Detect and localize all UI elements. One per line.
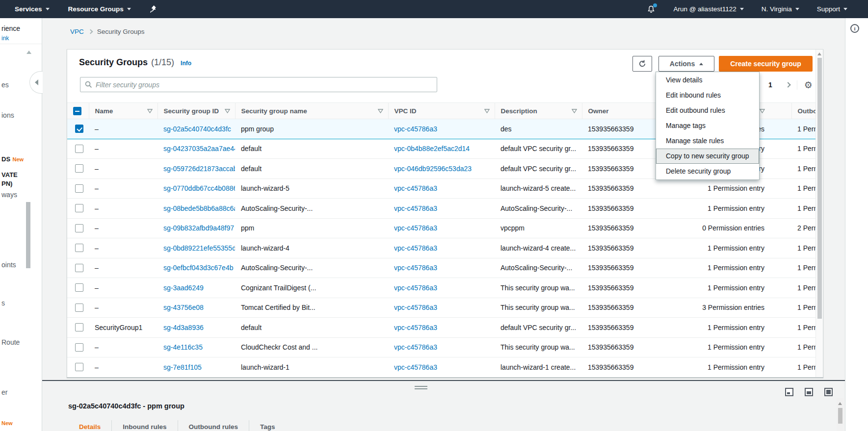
column-header-description[interactable]: Description: [495, 103, 582, 119]
row-checkbox[interactable]: [75, 125, 83, 133]
row-checkbox[interactable]: [75, 264, 83, 272]
row-checkbox[interactable]: [75, 145, 83, 153]
vpc-id-link[interactable]: vpc-c45786a3: [394, 224, 437, 232]
sidebar-scrollbar-thumb[interactable]: [26, 202, 30, 268]
sidebar-item[interactable]: er: [1, 388, 7, 396]
sg-id-link[interactable]: sg-0bd89221efe55355d: [163, 244, 235, 252]
row-checkbox[interactable]: [75, 363, 83, 371]
scroll-up-icon[interactable]: [838, 402, 842, 405]
splitter-drag-handle[interactable]: [415, 386, 427, 391]
search-input[interactable]: [96, 81, 437, 89]
pin-icon[interactable]: [150, 5, 157, 13]
filter-icon[interactable]: [147, 109, 153, 113]
column-header-name[interactable]: Name: [89, 103, 158, 119]
vpc-id-link[interactable]: vpc-c45786a3: [394, 184, 437, 192]
sg-id-link[interactable]: sg-059726d21873accab: [163, 165, 235, 173]
sidebar-item[interactable]: ions: [1, 111, 14, 119]
menu-item[interactable]: Copy to new security group: [656, 149, 759, 164]
sidebar-item[interactable]: Route: [1, 338, 20, 346]
sg-id-link[interactable]: sg-0efbcf043d3c67e4b: [163, 264, 233, 272]
table-scrollbar-thumb[interactable]: [817, 58, 822, 319]
account-menu[interactable]: Arun @ aliastest1122: [673, 5, 743, 13]
sidebar-item[interactable]: oints: [1, 261, 16, 269]
vpc-id-link[interactable]: vpc-c45786a3: [394, 204, 437, 212]
table-row[interactable]: – sg-43756e08 Tomcat Certified by Bit...…: [67, 298, 823, 318]
row-checkbox[interactable]: [75, 343, 83, 352]
detail-tab[interactable]: Inbound rules: [112, 420, 178, 431]
column-header-sg-name[interactable]: Security group name: [235, 103, 388, 119]
menu-item[interactable]: Edit outbound rules: [656, 103, 759, 118]
table-row[interactable]: – sg-08bede5b8b6a88c6a AutoScaling-Secur…: [67, 199, 823, 219]
detail-tab[interactable]: Outbound rules: [178, 420, 250, 431]
vpc-id-link[interactable]: vpc-c45786a3: [394, 125, 437, 133]
vpc-id-link[interactable]: vpc-c45786a3: [394, 363, 437, 371]
menu-item[interactable]: View details: [656, 73, 759, 88]
services-menu[interactable]: Services: [15, 5, 50, 13]
sg-id-link[interactable]: sg-0770ddb67cc4b0886: [163, 184, 235, 192]
filter-icon[interactable]: [484, 109, 490, 113]
row-checkbox[interactable]: [75, 184, 83, 193]
column-header-vpc-id[interactable]: VPC ID: [388, 103, 495, 119]
create-security-group-button[interactable]: Create security group: [719, 56, 813, 72]
filter-icon[interactable]: [760, 109, 765, 113]
menu-item[interactable]: Edit inbound rules: [656, 88, 759, 103]
row-checkbox[interactable]: [75, 224, 83, 232]
vpc-id-link[interactable]: vpc-046db92596c53da23: [394, 165, 472, 173]
info-link[interactable]: Info: [181, 60, 191, 67]
panel-maximize-icon[interactable]: [824, 388, 833, 396]
table-row[interactable]: – sg-3aad6249 Cognizant TrailDigest (...…: [67, 278, 823, 298]
sg-id-link[interactable]: sg-08bede5b8b6a88c6a: [163, 204, 235, 212]
sg-id-link[interactable]: sg-4d3a8936: [163, 324, 204, 331]
sidebar-item[interactable]: DS New: [1, 154, 24, 163]
table-row[interactable]: – sg-7e81f105 launch-wizard-1 vpc-c45786…: [67, 357, 823, 378]
table-row[interactable]: – sg-0efbcf043d3c67e4b AutoScaling-Secur…: [67, 258, 823, 278]
vpc-id-link[interactable]: vpc-c45786a3: [394, 264, 437, 272]
sg-id-link[interactable]: sg-04237035a2aa7ae44: [163, 145, 235, 152]
sidebar-item[interactable]: es: [1, 81, 9, 89]
panel-minimize-icon[interactable]: [785, 388, 793, 396]
menu-item[interactable]: Manage stale rules: [656, 133, 759, 149]
actions-button[interactable]: Actions: [658, 56, 714, 72]
table-row[interactable]: SecurityGroup1 sg-4d3a8936 default vpc-c…: [67, 318, 823, 338]
table-row[interactable]: – sg-0bd89221efe55355d launch-wizard-4 v…: [67, 238, 823, 258]
filter-icon[interactable]: [225, 109, 230, 113]
sg-id-link[interactable]: sg-7e81f105: [163, 363, 202, 371]
detail-tab[interactable]: Details: [68, 420, 112, 431]
sg-id-link[interactable]: sg-4e116c35: [163, 343, 203, 351]
select-all-checkbox[interactable]: [73, 107, 81, 115]
resource-groups-menu[interactable]: Resource Groups: [68, 5, 131, 13]
table-row[interactable]: – sg-09b832afbd9a48f97 ppm vpc-c45786a3 …: [67, 218, 823, 238]
menu-item[interactable]: Manage tags: [656, 118, 759, 133]
menu-item[interactable]: Delete security group: [656, 164, 759, 179]
vpc-id-link[interactable]: vpc-c45786a3: [394, 343, 437, 351]
refresh-button[interactable]: [632, 56, 652, 72]
detail-tab[interactable]: Tags: [249, 420, 286, 431]
vpc-id-link[interactable]: vpc-c45786a3: [394, 284, 437, 292]
support-menu[interactable]: Support: [817, 5, 847, 13]
row-checkbox[interactable]: [75, 244, 83, 252]
filter-icon[interactable]: [572, 109, 577, 113]
row-checkbox[interactable]: [75, 304, 83, 312]
detail-scrollbar[interactable]: [837, 398, 844, 431]
next-page-button[interactable]: [779, 83, 797, 87]
vpc-id-link[interactable]: vpc-0b4b88e2ef5ac2d14: [394, 145, 470, 152]
sg-id-link[interactable]: sg-09b832afbd9a48f97: [163, 224, 234, 232]
panel-half-icon[interactable]: [805, 388, 813, 396]
info-icon[interactable]: i: [850, 24, 859, 33]
region-menu[interactable]: N. Virginia: [762, 5, 799, 13]
sidebar-item[interactable]: s: [1, 299, 5, 307]
sidebar-scroll-up-icon[interactable]: [26, 51, 31, 54]
row-checkbox[interactable]: [75, 283, 83, 292]
vpc-id-link[interactable]: vpc-c45786a3: [394, 324, 437, 331]
sg-id-link[interactable]: sg-3aad6249: [163, 284, 204, 292]
table-scrollbar[interactable]: [815, 50, 823, 377]
sidebar-fragment-link[interactable]: ink: [1, 35, 9, 42]
breadcrumb-vpc-link[interactable]: VPC: [70, 28, 84, 35]
vpc-id-link[interactable]: vpc-c45786a3: [394, 244, 437, 252]
detail-scrollbar-thumb[interactable]: [838, 408, 842, 424]
row-checkbox[interactable]: [75, 164, 83, 173]
vpc-id-link[interactable]: vpc-c45786a3: [394, 304, 437, 311]
scroll-up-icon[interactable]: [817, 52, 821, 55]
table-row[interactable]: – sg-0770ddb67cc4b0886 launch-wizard-5 v…: [67, 178, 823, 199]
notifications-button[interactable]: [647, 5, 656, 14]
